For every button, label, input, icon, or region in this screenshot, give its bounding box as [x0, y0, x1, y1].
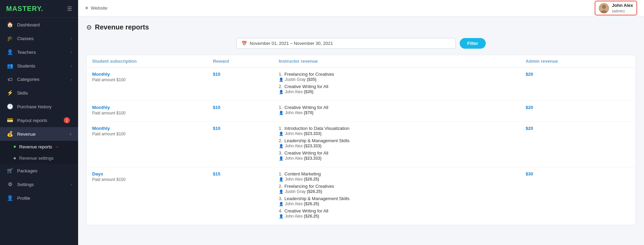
menu-toggle-icon[interactable]: ☰ [67, 5, 72, 12]
course-name: Content Marketing [284, 171, 321, 176]
admin-value: $30 [526, 171, 533, 176]
chevron-down-icon: ∨ [69, 132, 72, 136]
subscription-cell: MonthlyPaid amount $100 [87, 101, 207, 122]
course-name: Creative Writing for All [284, 150, 328, 156]
instructor-block: 2. Leadership & Management Skills 👤John … [279, 138, 350, 148]
instructor-name: John Alex ($70) [285, 110, 313, 115]
reward-cell: $10 [207, 101, 273, 122]
page-title: ⊙ Revenue reports [86, 23, 636, 31]
user-name: John Alex [612, 3, 633, 9]
list-item: 2. Leadership & Management Skills 👤John … [279, 138, 515, 148]
person-icon: 👤 [279, 132, 284, 136]
dashboard-icon: 🏠 [6, 22, 14, 28]
sidebar-item-revenue[interactable]: 💰 Revenue ∨ [0, 127, 78, 141]
sidebar-item-students[interactable]: 👥 Students › [0, 59, 78, 73]
list-item: 4. Creative Writing for All 👤John Alex (… [279, 208, 515, 219]
course-name: Creative Writing for All [284, 208, 328, 213]
person-icon: 👤 [279, 156, 284, 161]
revenue-title-icon: ⊙ [86, 24, 91, 31]
logo-area: MASTERY. ☰ [0, 0, 78, 18]
avatar [599, 3, 609, 13]
subscription-cell: DaysPaid amount $150 [87, 167, 207, 225]
revenue-submenu: Revenue reports ← Revenue settings [0, 141, 78, 164]
admin-value: $20 [526, 126, 533, 131]
instructor-block: 1. Freelancing for Creatives 👤Justin Gra… [279, 72, 334, 82]
sidebar-item-purchase-history[interactable]: 🕐 Purchase history [0, 100, 78, 113]
subscription-cell: MonthlyPaid amount $100 [87, 122, 207, 167]
website-label: Website [91, 5, 108, 11]
instructor-block: 4. Creative Writing for All 👤John Alex (… [279, 208, 329, 219]
instructor-name: John Alex ($26.25) [285, 177, 319, 182]
instructor-name: John Alex ($23.333) [285, 156, 322, 161]
list-item: 3. Creative Writing for All 👤John Alex (… [279, 150, 515, 161]
admin-revenue-cell: $20 [520, 101, 635, 122]
subscription-type: Monthly [92, 72, 202, 77]
date-range-text: November 01, 2021 – November 30, 2021 [250, 41, 333, 46]
course-name: Creative Writing for All [284, 84, 328, 89]
settings-icon: ⚙ [6, 181, 14, 187]
admin-value: $20 [526, 105, 533, 110]
chevron-right-icon: › [71, 64, 72, 68]
person-icon: 👤 [279, 111, 284, 115]
instructor-name: John Alex ($26.25) [285, 201, 319, 206]
instructor-block: 3. Leadership & Management Skills 👤John … [279, 196, 350, 206]
paid-amount: Paid amount $100 [92, 132, 202, 136]
filter-button[interactable]: Filter [460, 38, 486, 49]
list-item: 1. Freelancing for Creatives 👤Justin Gra… [279, 72, 515, 82]
instructor-name: John Alex ($35) [285, 89, 313, 94]
user-info: John Alex (admin) [612, 3, 633, 13]
topbar-website-link[interactable]: ✈ Website [85, 5, 108, 11]
date-range-input[interactable]: 📅 November 01, 2021 – November 30, 2021 [236, 38, 456, 49]
sub-item-label: Revenue reports [19, 144, 52, 149]
sidebar-item-payout-reports[interactable]: 💳 Payout reports 1 [0, 113, 78, 127]
list-item: 1. Introduction to Data Visualization 👤J… [279, 126, 515, 136]
sidebar-item-profile[interactable]: 👤 Profile [0, 191, 78, 205]
sidebar-item-settings[interactable]: ⚙ Settings › [0, 177, 78, 191]
sidebar-sub-item-revenue-reports[interactable]: Revenue reports ← [0, 141, 78, 152]
instructor-cell: 1. Creative Writing for All 👤John Alex (… [273, 101, 520, 122]
reward-cell: $10 [207, 122, 273, 167]
user-profile-button[interactable]: John Alex (admin) [595, 1, 637, 15]
list-item: 1. Content Marketing 👤John Alex ($26.25) [279, 171, 515, 182]
instructor-cell: 1. Content Marketing 👤John Alex ($26.25)… [273, 167, 520, 225]
instructor-name: John Alex ($23.333) [285, 144, 322, 148]
sidebar-item-label: Categories [17, 77, 71, 82]
sidebar-item-skills[interactable]: ⚡ Skills [0, 86, 78, 100]
list-item: 1. Creative Writing for All 👤John Alex (… [279, 105, 515, 115]
sidebar-item-label: Dashboard [17, 22, 72, 27]
sidebar-item-teachers[interactable]: 👤 Teachers › [0, 45, 78, 59]
admin-value: $20 [526, 72, 533, 77]
person-icon: 👤 [279, 214, 284, 219]
person-icon: 👤 [279, 202, 284, 206]
reward-cell: $15 [207, 167, 273, 225]
revenue-table: Student subscription Reward Instructor r… [87, 55, 635, 225]
reward-value: $10 [213, 72, 220, 77]
instructor-block: 2. Creative Writing for All 👤John Alex (… [279, 84, 329, 94]
classes-icon: 🎓 [6, 35, 14, 41]
sidebar-item-label: Profile [17, 196, 72, 201]
subscription-cell: MonthlyPaid amount $100 [87, 68, 207, 101]
user-role: (admin) [612, 9, 633, 13]
sidebar-item-label: Students [17, 63, 71, 69]
instructor-block: 3. Creative Writing for All 👤John Alex (… [279, 150, 329, 161]
sidebar-item-categories[interactable]: 🏷 Categories › [0, 73, 78, 86]
paid-amount: Paid amount $100 [92, 77, 202, 82]
sidebar-item-label: Revenue [17, 132, 69, 137]
instructor-name: John Alex ($26.25) [285, 214, 319, 219]
sidebar-item-label: Purchase history [17, 104, 72, 109]
sidebar-item-packages[interactable]: 🛒 Packages [0, 164, 78, 177]
sidebar-sub-item-revenue-settings[interactable]: Revenue settings [0, 152, 78, 164]
sidebar-item-label: Payout reports [17, 118, 64, 123]
admin-revenue-cell: $20 [520, 68, 635, 101]
sidebar-item-classes[interactable]: 🎓 Classes › [0, 32, 78, 45]
sub-item-label: Revenue settings [19, 156, 53, 161]
sidebar-item-dashboard[interactable]: 🏠 Dashboard [0, 18, 78, 32]
revenue-table-wrap: Student subscription Reward Instructor r… [86, 55, 636, 225]
reward-value: $15 [213, 171, 220, 176]
skills-icon: ⚡ [6, 90, 14, 96]
students-icon: 👥 [6, 63, 14, 69]
sidebar-item-label: Teachers [17, 50, 71, 55]
instructor-name: Justin Gray ($35) [285, 77, 317, 82]
list-item: 3. Leadership & Management Skills 👤John … [279, 196, 515, 206]
person-icon: 👤 [279, 144, 284, 148]
